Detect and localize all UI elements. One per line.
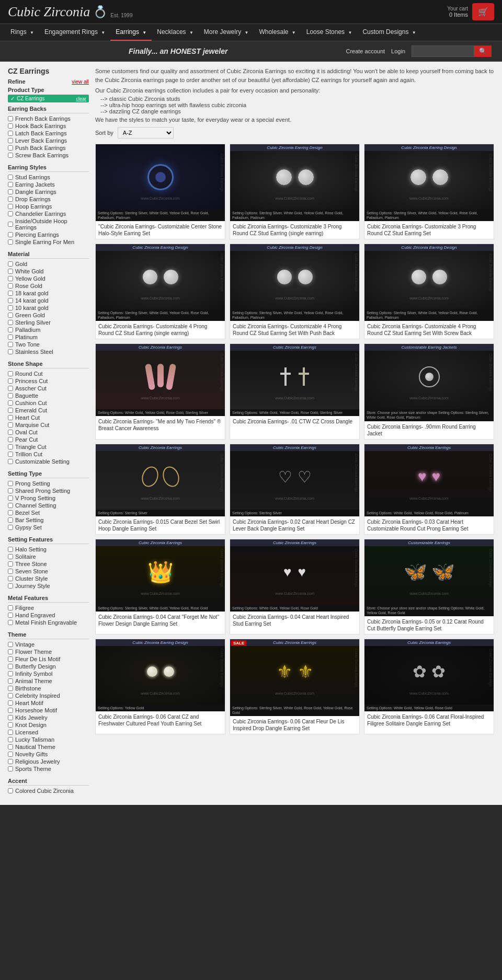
filter-checkbox[interactable]: [8, 415, 13, 420]
filter-item[interactable]: Pear Cut: [8, 436, 89, 443]
filter-checkbox[interactable]: [8, 437, 13, 442]
filter-item[interactable]: Horseshoe Motif: [8, 707, 89, 714]
filter-item[interactable]: Dangle Earrings: [8, 188, 89, 195]
filter-checkbox[interactable]: [8, 678, 13, 684]
filter-checkbox[interactable]: [8, 175, 13, 180]
filter-item[interactable]: Butterfly Design: [8, 663, 89, 670]
filter-item[interactable]: Bezel Set: [8, 509, 89, 516]
filter-item[interactable]: Metal Finish Engravable: [8, 619, 89, 626]
filter-item[interactable]: Channel Setting: [8, 502, 89, 509]
filter-checkbox[interactable]: [8, 583, 13, 589]
filter-checkbox[interactable]: [8, 145, 13, 151]
filter-checkbox[interactable]: [8, 342, 13, 347]
filter-item[interactable]: Halo Setting: [8, 546, 89, 553]
product-card[interactable]: Cubic Zirconia Earring Design www.CubicZ…: [95, 244, 225, 339]
filter-item[interactable]: Stud Earrings: [8, 174, 89, 181]
filter-item[interactable]: Journey Style: [8, 582, 89, 590]
filter-checkbox[interactable]: [8, 495, 13, 501]
filter-item[interactable]: Flower Theme: [8, 648, 89, 655]
nav-item-loose-stones[interactable]: Loose Stones ▼: [301, 24, 358, 41]
filter-item[interactable]: Heart Motif: [8, 699, 89, 707]
product-card[interactable]: www.CubicZirconia.com Cubic Zirconia Ear…: [95, 144, 225, 239]
filter-checkbox[interactable]: [8, 386, 13, 391]
filter-item[interactable]: Three Stone: [8, 560, 89, 568]
filter-item[interactable]: Infinity Symbol: [8, 670, 89, 677]
filter-item[interactable]: Oval Cut: [8, 429, 89, 436]
filter-item[interactable]: Lucky Talisman: [8, 736, 89, 743]
filter-item[interactable]: 10 karat gold: [8, 304, 89, 312]
filter-item[interactable]: Asscher Cut: [8, 385, 89, 392]
filter-checkbox[interactable]: [8, 211, 13, 216]
filter-checkbox[interactable]: [8, 664, 13, 669]
filter-checkbox[interactable]: [8, 554, 13, 559]
filter-checkbox[interactable]: [8, 422, 13, 428]
product-card[interactable]: Customizable Earring Jackets www.CubicZi…: [364, 343, 494, 439]
filter-item[interactable]: 18 karat gold: [8, 290, 89, 297]
filter-checkbox[interactable]: [8, 569, 13, 574]
search-button[interactable]: 🔍: [474, 45, 492, 57]
filter-checkbox[interactable]: [8, 488, 13, 493]
filter-item[interactable]: Sports Theme: [8, 765, 89, 773]
filter-item[interactable]: French Back Earrings: [8, 115, 89, 122]
filter-checkbox[interactable]: [8, 517, 13, 523]
filter-checkbox[interactable]: [8, 276, 13, 281]
filter-item[interactable]: Kids Jewelry: [8, 714, 89, 721]
filter-checkbox[interactable]: [8, 378, 13, 384]
filter-checkbox[interactable]: [8, 313, 13, 318]
filter-item[interactable]: Cushion Cut: [8, 399, 89, 407]
nav-item-rings[interactable]: Rings ▼: [5, 24, 39, 41]
login-link[interactable]: Login: [391, 48, 405, 54]
filter-item[interactable]: Single Earring For Men: [8, 238, 89, 246]
filter-item[interactable]: 14 karat gold: [8, 297, 89, 304]
filter-checkbox[interactable]: [8, 327, 13, 332]
product-card[interactable]: Cubic Zirconia Earrings www.CubicZirconi…: [230, 343, 360, 439]
product-card[interactable]: Cubic Zirconia Earrings ♥♥ www.CubicZirc…: [230, 539, 360, 635]
filter-item[interactable]: Animal Theme: [8, 677, 89, 685]
product-card[interactable]: Cubic Zirconia Earring Design www.CubicZ…: [364, 144, 494, 239]
filter-item[interactable]: Earring Jackets: [8, 181, 89, 188]
filter-checkbox[interactable]: [8, 656, 13, 662]
filter-checkbox[interactable]: [8, 349, 13, 354]
filter-checkbox[interactable]: [8, 393, 13, 398]
filter-checkbox[interactable]: [8, 693, 13, 698]
clear-filter-link[interactable]: clear: [76, 96, 86, 101]
filter-item[interactable]: Round Cut: [8, 370, 89, 377]
filter-checkbox[interactable]: [8, 320, 13, 325]
filter-checkbox[interactable]: [8, 459, 13, 464]
product-card[interactable]: Cubic Zirconia Earring Design www.CubicZ…: [230, 244, 360, 339]
filter-checkbox[interactable]: [8, 430, 13, 435]
filter-item[interactable]: Platinum: [8, 333, 89, 341]
filter-checkbox[interactable]: [8, 744, 13, 750]
filter-checkbox[interactable]: [8, 759, 13, 764]
product-card[interactable]: Cubic Zirconia Earring Design www.CubicZ…: [364, 244, 494, 339]
filter-checkbox[interactable]: [8, 671, 13, 676]
filter-checkbox[interactable]: [8, 730, 13, 735]
filter-checkbox[interactable]: [8, 269, 13, 274]
filter-item[interactable]: Gypsy Set: [8, 524, 89, 531]
filter-item[interactable]: Rose Gold: [8, 282, 89, 290]
filter-checkbox[interactable]: [8, 649, 13, 654]
filter-item[interactable]: Celebrity Inspired: [8, 692, 89, 699]
filter-item[interactable]: Religious Jewelry: [8, 758, 89, 765]
filter-checkbox[interactable]: [8, 452, 13, 457]
filter-checkbox[interactable]: [8, 700, 13, 706]
view-all-link[interactable]: view all: [72, 79, 89, 85]
filter-item[interactable]: Solitaire: [8, 553, 89, 560]
filter-checkbox[interactable]: [8, 561, 13, 567]
filter-checkbox[interactable]: [8, 239, 13, 245]
filter-item[interactable]: Green Gold: [8, 312, 89, 319]
filter-item[interactable]: Hook Back Earrings: [8, 122, 89, 130]
filter-checkbox[interactable]: [8, 642, 13, 647]
filter-item[interactable]: Princess Cut: [8, 377, 89, 385]
nav-item-wholesale[interactable]: Wholesale ▼: [254, 24, 301, 41]
product-card[interactable]: Cubic Zirconia Earrings ♥♥ www.CubicZirc…: [364, 444, 494, 535]
filter-item[interactable]: Heart Cut: [8, 414, 89, 421]
filter-item[interactable]: White Gold: [8, 268, 89, 275]
product-card[interactable]: SALE Cubic Zirconia Earrings ⚜⚜ www.Cubi…: [230, 639, 360, 734]
filter-item[interactable]: Shared Prong Setting: [8, 487, 89, 494]
filter-checkbox[interactable]: [8, 510, 13, 515]
filter-checkbox[interactable]: [8, 788, 13, 793]
filter-item[interactable]: Drop Earrings: [8, 195, 89, 203]
filter-checkbox[interactable]: [8, 131, 13, 136]
filter-checkbox[interactable]: [8, 138, 13, 143]
